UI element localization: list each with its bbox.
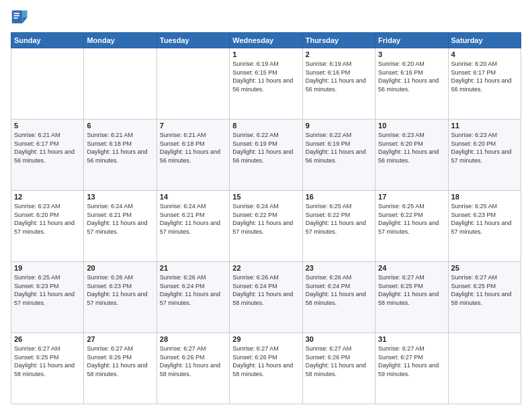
calendar-week-4: 19Sunrise: 6:25 AM Sunset: 6:23 PM Dayli… xyxy=(11,262,521,333)
day-number: 7 xyxy=(160,122,226,130)
day-number: 4 xyxy=(451,50,518,58)
day-number: 21 xyxy=(160,264,226,272)
calendar-cell: 1Sunrise: 6:19 AM Sunset: 6:15 PM Daylig… xyxy=(230,48,302,120)
logo-icon xyxy=(11,8,30,27)
weekday-header-wednesday: Wednesday xyxy=(230,33,302,48)
calendar-cell: 6Sunrise: 6:21 AM Sunset: 6:18 PM Daylig… xyxy=(84,120,157,191)
calendar-cell: 31Sunrise: 6:27 AM Sunset: 6:27 PM Dayli… xyxy=(375,333,448,404)
day-info: Sunrise: 6:27 AM Sunset: 6:25 PM Dayligh… xyxy=(378,273,445,307)
day-info: Sunrise: 6:19 AM Sunset: 6:16 PM Dayligh… xyxy=(306,60,372,93)
calendar-cell: 26Sunrise: 6:27 AM Sunset: 6:25 PM Dayli… xyxy=(11,333,84,404)
calendar-table: SundayMondayTuesdayWednesdayThursdayFrid… xyxy=(11,32,521,404)
day-number: 20 xyxy=(87,264,153,272)
day-info: Sunrise: 6:25 AM Sunset: 6:22 PM Dayligh… xyxy=(306,202,372,236)
day-info: Sunrise: 6:22 AM Sunset: 6:19 PM Dayligh… xyxy=(232,131,299,165)
calendar-cell: 14Sunrise: 6:24 AM Sunset: 6:21 PM Dayli… xyxy=(157,191,229,262)
calendar-cell xyxy=(448,333,521,404)
weekday-header-tuesday: Tuesday xyxy=(157,33,229,48)
day-info: Sunrise: 6:26 AM Sunset: 6:24 PM Dayligh… xyxy=(160,273,226,307)
day-info: Sunrise: 6:23 AM Sunset: 6:20 PM Dayligh… xyxy=(14,202,81,236)
calendar-week-1: 1Sunrise: 6:19 AM Sunset: 6:15 PM Daylig… xyxy=(11,48,521,120)
day-info: Sunrise: 6:19 AM Sunset: 6:15 PM Dayligh… xyxy=(232,60,299,93)
day-info: Sunrise: 6:21 AM Sunset: 6:18 PM Dayligh… xyxy=(87,131,153,165)
day-info: Sunrise: 6:22 AM Sunset: 6:19 PM Dayligh… xyxy=(306,131,372,165)
calendar-cell: 12Sunrise: 6:23 AM Sunset: 6:20 PM Dayli… xyxy=(11,191,84,262)
day-info: Sunrise: 6:25 AM Sunset: 6:23 PM Dayligh… xyxy=(451,202,518,236)
day-number: 24 xyxy=(378,264,445,272)
day-number: 15 xyxy=(232,193,299,201)
day-info: Sunrise: 6:27 AM Sunset: 6:25 PM Dayligh… xyxy=(451,273,518,307)
calendar-cell: 2Sunrise: 6:19 AM Sunset: 6:16 PM Daylig… xyxy=(302,48,375,120)
day-number: 13 xyxy=(87,193,153,201)
day-number: 8 xyxy=(232,122,299,130)
svg-rect-4 xyxy=(13,15,19,17)
logo xyxy=(11,8,32,27)
day-info: Sunrise: 6:23 AM Sunset: 6:20 PM Dayligh… xyxy=(378,131,445,165)
calendar-cell: 4Sunrise: 6:20 AM Sunset: 6:17 PM Daylig… xyxy=(448,48,521,120)
day-info: Sunrise: 6:26 AM Sunset: 6:23 PM Dayligh… xyxy=(87,273,153,307)
day-number: 31 xyxy=(378,335,445,343)
calendar-cell: 13Sunrise: 6:24 AM Sunset: 6:21 PM Dayli… xyxy=(84,191,157,262)
calendar-cell: 27Sunrise: 6:27 AM Sunset: 6:26 PM Dayli… xyxy=(84,333,157,404)
calendar-cell: 23Sunrise: 6:26 AM Sunset: 6:24 PM Dayli… xyxy=(302,262,375,333)
calendar-cell: 18Sunrise: 6:25 AM Sunset: 6:23 PM Dayli… xyxy=(448,191,521,262)
day-number: 27 xyxy=(87,335,153,343)
day-number: 11 xyxy=(451,122,518,130)
day-number: 16 xyxy=(306,193,372,201)
day-info: Sunrise: 6:27 AM Sunset: 6:26 PM Dayligh… xyxy=(160,345,226,378)
day-number: 9 xyxy=(306,122,372,130)
calendar-cell: 29Sunrise: 6:27 AM Sunset: 6:26 PM Dayli… xyxy=(230,333,302,404)
calendar-cell xyxy=(84,48,157,120)
day-info: Sunrise: 6:27 AM Sunset: 6:26 PM Dayligh… xyxy=(232,345,299,378)
day-number: 14 xyxy=(160,193,226,201)
calendar-cell: 16Sunrise: 6:25 AM Sunset: 6:22 PM Dayli… xyxy=(302,191,375,262)
day-info: Sunrise: 6:23 AM Sunset: 6:20 PM Dayligh… xyxy=(451,131,518,165)
day-number: 19 xyxy=(14,264,81,272)
day-info: Sunrise: 6:25 AM Sunset: 6:23 PM Dayligh… xyxy=(14,273,81,307)
day-number: 17 xyxy=(378,193,445,201)
calendar-cell: 11Sunrise: 6:23 AM Sunset: 6:20 PM Dayli… xyxy=(448,120,521,191)
day-number: 25 xyxy=(451,264,518,272)
header xyxy=(11,8,521,27)
day-info: Sunrise: 6:27 AM Sunset: 6:26 PM Dayligh… xyxy=(87,345,153,378)
calendar-cell: 20Sunrise: 6:26 AM Sunset: 6:23 PM Dayli… xyxy=(84,262,157,333)
weekday-header-saturday: Saturday xyxy=(448,33,521,48)
day-number: 18 xyxy=(451,193,518,201)
page: SundayMondayTuesdayWednesdayThursdayFrid… xyxy=(0,0,532,411)
day-info: Sunrise: 6:21 AM Sunset: 6:18 PM Dayligh… xyxy=(160,131,226,165)
day-number: 6 xyxy=(87,122,153,130)
calendar-cell: 15Sunrise: 6:24 AM Sunset: 6:22 PM Dayli… xyxy=(230,191,302,262)
day-number: 2 xyxy=(306,50,372,58)
day-number: 3 xyxy=(378,50,445,58)
day-number: 23 xyxy=(306,264,372,272)
svg-rect-3 xyxy=(13,13,19,14)
day-number: 1 xyxy=(232,50,299,58)
day-info: Sunrise: 6:26 AM Sunset: 6:24 PM Dayligh… xyxy=(306,273,372,307)
day-info: Sunrise: 6:21 AM Sunset: 6:17 PM Dayligh… xyxy=(14,131,81,165)
day-info: Sunrise: 6:25 AM Sunset: 6:22 PM Dayligh… xyxy=(378,202,445,236)
svg-marker-1 xyxy=(23,11,28,18)
calendar-cell: 19Sunrise: 6:25 AM Sunset: 6:23 PM Dayli… xyxy=(11,262,84,333)
weekday-header-thursday: Thursday xyxy=(302,33,375,48)
day-info: Sunrise: 6:20 AM Sunset: 6:17 PM Dayligh… xyxy=(451,60,518,93)
calendar-cell: 10Sunrise: 6:23 AM Sunset: 6:20 PM Dayli… xyxy=(375,120,448,191)
day-number: 29 xyxy=(232,335,299,343)
weekday-header-sunday: Sunday xyxy=(11,33,84,48)
day-number: 10 xyxy=(378,122,445,130)
calendar-week-3: 12Sunrise: 6:23 AM Sunset: 6:20 PM Dayli… xyxy=(11,191,521,262)
calendar-week-5: 26Sunrise: 6:27 AM Sunset: 6:25 PM Dayli… xyxy=(11,333,521,404)
svg-rect-5 xyxy=(13,17,17,19)
svg-marker-2 xyxy=(23,17,28,24)
weekday-header-monday: Monday xyxy=(84,33,157,48)
day-info: Sunrise: 6:27 AM Sunset: 6:27 PM Dayligh… xyxy=(378,345,445,378)
day-number: 12 xyxy=(14,193,81,201)
day-info: Sunrise: 6:24 AM Sunset: 6:21 PM Dayligh… xyxy=(87,202,153,236)
day-number: 26 xyxy=(14,335,81,343)
day-number: 30 xyxy=(306,335,372,343)
calendar-cell: 25Sunrise: 6:27 AM Sunset: 6:25 PM Dayli… xyxy=(448,262,521,333)
day-info: Sunrise: 6:27 AM Sunset: 6:26 PM Dayligh… xyxy=(306,345,372,378)
calendar-cell: 3Sunrise: 6:20 AM Sunset: 6:16 PM Daylig… xyxy=(375,48,448,120)
day-info: Sunrise: 6:20 AM Sunset: 6:16 PM Dayligh… xyxy=(378,60,445,93)
calendar-cell: 17Sunrise: 6:25 AM Sunset: 6:22 PM Dayli… xyxy=(375,191,448,262)
svg-rect-0 xyxy=(12,11,23,24)
